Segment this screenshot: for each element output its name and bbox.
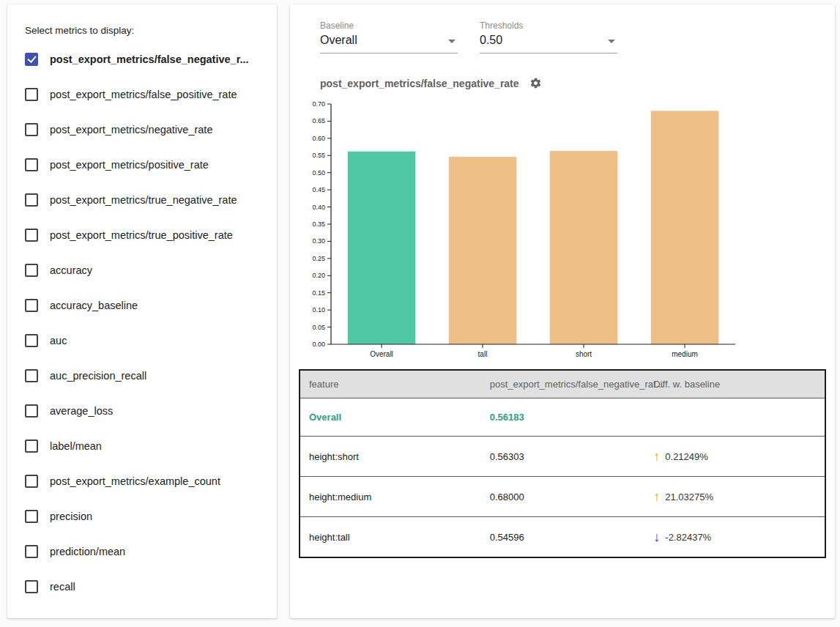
svg-text:0.50: 0.50 [312, 169, 325, 177]
value-cell: 0.54596 [481, 517, 645, 558]
metric-label: prediction/mean [50, 546, 125, 557]
metric-checkbox-item[interactable]: post_export_metrics/positive_rate [7, 147, 277, 182]
bar-tall[interactable] [449, 157, 516, 344]
metric-label: average_loss [50, 405, 113, 417]
metric-checkbox-item[interactable]: recall [7, 569, 277, 604]
fairness-results-panel: Baseline Overall Thresholds 0.50 post_ex… [290, 4, 835, 618]
col-header-feature: feature [300, 370, 481, 398]
chart-title: post_export_metrics/false_negative_rate [320, 78, 519, 89]
feature-cell: Overall [300, 398, 481, 437]
value-cell: 0.56183 [481, 398, 645, 437]
thresholds-dropdown-label: Thresholds [480, 21, 617, 31]
baseline-dropdown[interactable]: Baseline Overall [320, 21, 458, 53]
diff-cell: ↑0.21249% [644, 437, 825, 477]
svg-text:0.65: 0.65 [312, 117, 325, 125]
dropdown-arrow-icon [448, 40, 456, 43]
feature-cell: height:short [300, 437, 481, 477]
checkbox-icon[interactable] [25, 475, 38, 488]
checkbox-icon[interactable] [25, 264, 38, 277]
table-header-row: feature post_export_metrics/false_negati… [300, 370, 825, 398]
arrow-up-icon: ↑ [653, 489, 660, 504]
svg-text:medium: medium [672, 350, 698, 358]
metrics-table: feature post_export_metrics/false_negati… [299, 369, 826, 558]
metric-label: post_export_metrics/negative_rate [50, 124, 212, 136]
table-row: height:tall 0.54596 ↓-2.82437% [300, 517, 825, 558]
value-cell: 0.68000 [481, 477, 645, 517]
svg-text:0.35: 0.35 [312, 220, 325, 228]
controls-row: Baseline Overall Thresholds 0.50 [320, 21, 835, 53]
svg-text:0.40: 0.40 [312, 204, 325, 211]
thresholds-dropdown-value: 0.50 [480, 31, 617, 53]
metric-checkbox-item[interactable]: post_export_metrics/false_positive_rate [7, 77, 277, 112]
svg-text:0.00: 0.00 [312, 341, 325, 348]
metric-label: post_export_metrics/positive_rate [50, 159, 209, 171]
diff-value: 21.03275% [665, 491, 713, 502]
metric-checkbox-item[interactable]: post_export_metrics/true_positive_rate [7, 218, 277, 253]
checkbox-icon[interactable] [25, 580, 38, 593]
metric-checkbox-item[interactable]: auc [7, 323, 277, 358]
metrics-table-body: Overall 0.56183 height:short 0.56303 ↑0.… [300, 398, 825, 558]
metric-checkbox-item[interactable]: post_export_metrics/false_negative_r... [7, 42, 277, 77]
metric-label: post_export_metrics/false_negative_r... [50, 53, 249, 65]
checkbox-icon[interactable] [25, 334, 38, 347]
checkbox-icon[interactable] [25, 545, 38, 558]
thresholds-dropdown[interactable]: Thresholds 0.50 [480, 21, 617, 53]
svg-text:0.70: 0.70 [312, 100, 325, 108]
metric-list: post_export_metrics/false_negative_r... … [7, 42, 277, 604]
svg-text:short: short [576, 350, 592, 358]
baseline-dropdown-value: Overall [320, 31, 458, 53]
metric-checkbox-item[interactable]: prediction/mean [7, 534, 277, 569]
metric-checkbox-item[interactable]: post_export_metrics/true_negative_rate [7, 182, 277, 218]
arrow-down-icon: ↓ [653, 530, 660, 544]
metric-checkbox-item[interactable]: average_loss [7, 393, 277, 428]
checkbox-icon[interactable] [25, 229, 38, 242]
checkbox-icon[interactable] [25, 404, 38, 418]
checkbox-icon[interactable] [25, 88, 38, 101]
svg-text:0.20: 0.20 [312, 272, 325, 279]
metric-label: post_export_metrics/example_count [50, 475, 220, 487]
metric-checkbox-item[interactable]: precision [7, 499, 277, 534]
checkbox-icon[interactable] [25, 53, 38, 66]
value-cell: 0.56303 [481, 437, 645, 477]
diff-cell [644, 398, 825, 437]
table-row: height:short 0.56303 ↑0.21249% [300, 437, 825, 477]
diff-cell: ↓-2.82437% [644, 517, 825, 558]
metric-checkbox-item[interactable]: label/mean [7, 428, 277, 464]
checkbox-icon[interactable] [25, 439, 38, 453]
metric-label: precision [50, 511, 92, 522]
table-row: Overall 0.56183 [300, 398, 825, 437]
metric-checkbox-item[interactable]: auc_precision_recall [7, 358, 277, 393]
dropdown-arrow-icon [608, 40, 615, 43]
metric-label: auc_precision_recall [50, 370, 146, 382]
bar-short[interactable] [550, 151, 617, 344]
svg-text:0.10: 0.10 [312, 306, 325, 314]
checkbox-icon[interactable] [25, 510, 38, 523]
metric-label: auc [50, 335, 67, 346]
feature-cell: height:medium [300, 477, 481, 517]
metric-label: post_export_metrics/true_positive_rate [50, 229, 233, 241]
metric-label: accuracy [50, 264, 92, 276]
svg-text:0.25: 0.25 [312, 255, 325, 262]
checkbox-icon[interactable] [25, 123, 38, 136]
col-header-diff: Diff. w. baseline [644, 370, 825, 398]
col-header-metric: post_export_metrics/false_negative_rat..… [481, 370, 645, 398]
svg-text:0.15: 0.15 [312, 289, 325, 297]
checkbox-icon[interactable] [25, 299, 38, 312]
metric-checkbox-item[interactable]: accuracy [7, 253, 277, 288]
checkbox-icon[interactable] [25, 158, 38, 171]
checkbox-icon[interactable] [25, 369, 38, 382]
metric-label: post_export_metrics/true_negative_rate [50, 194, 237, 206]
metric-checkbox-item[interactable]: accuracy_baseline [7, 288, 277, 323]
metric-checkbox-item[interactable]: post_export_metrics/example_count [7, 464, 277, 499]
gear-icon[interactable] [529, 77, 542, 89]
svg-text:0.60: 0.60 [312, 135, 325, 142]
checkbox-icon[interactable] [25, 193, 38, 207]
bar-medium[interactable] [651, 111, 718, 344]
svg-text:0.05: 0.05 [312, 324, 325, 331]
bar-Overall[interactable] [348, 152, 415, 344]
table-row: height:medium 0.68000 ↑21.03275% [300, 477, 825, 517]
baseline-dropdown-label: Baseline [320, 21, 458, 31]
metric-checkbox-item[interactable]: post_export_metrics/negative_rate [7, 112, 277, 147]
metric-label: accuracy_baseline [50, 300, 138, 311]
svg-text:Overall: Overall [370, 350, 393, 358]
